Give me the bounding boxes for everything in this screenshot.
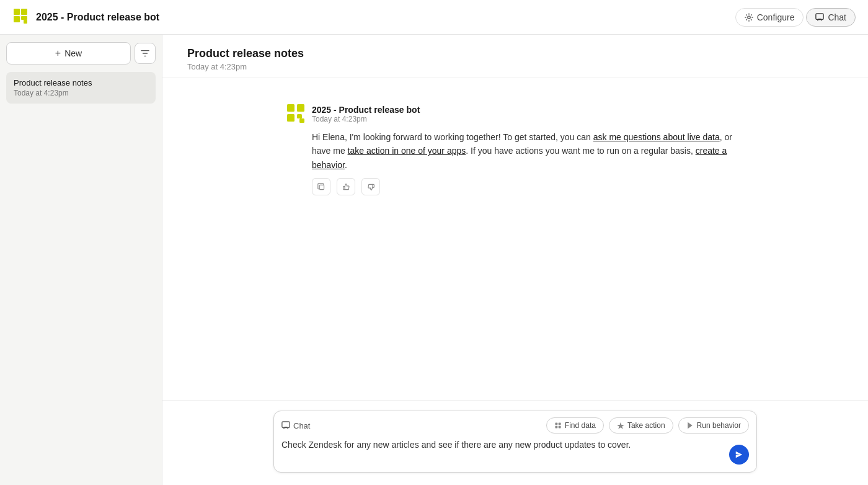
sidebar-item[interactable]: Product release notes Today at 4:23pm [6, 72, 156, 104]
send-button[interactable] [729, 445, 749, 465]
chat-icon [815, 13, 824, 22]
sidebar-top: + New [6, 42, 156, 65]
chat-input[interactable] [281, 438, 729, 465]
message-author: 2025 - Product release bot [312, 105, 420, 115]
bot-avatar-icon [286, 103, 306, 125]
svg-rect-2 [14, 16, 20, 22]
app-logo-icon [12, 7, 30, 27]
input-chat-label: Chat [281, 421, 310, 430]
message-time: Today at 4:23pm [312, 115, 420, 123]
svg-rect-15 [559, 423, 561, 425]
svg-rect-16 [555, 426, 557, 429]
filter-button[interactable] [135, 43, 156, 64]
svg-rect-14 [555, 423, 557, 425]
gear-icon [745, 13, 753, 22]
configure-label: Configure [757, 12, 795, 22]
chat-textarea-row [274, 434, 756, 472]
input-chat-icon [281, 421, 290, 430]
thumbs-down-button[interactable] [361, 178, 380, 195]
svg-rect-11 [299, 118, 304, 123]
chat-button[interactable]: Chat [806, 8, 856, 27]
svg-point-5 [748, 16, 750, 18]
sidebar: + New Product release notes Today at 4:2… [0, 35, 162, 485]
svg-rect-8 [297, 104, 304, 112]
run-behavior-button[interactable]: Run behavior [678, 417, 749, 434]
message-meta: 2025 - Product release bot Today at 4:23… [312, 105, 420, 123]
link-take-action[interactable]: take action in one of your apps [348, 146, 466, 156]
main-layout: + New Product release notes Today at 4:2… [0, 35, 868, 485]
svg-rect-7 [287, 104, 294, 112]
chat-area: Product release notes Today at 4:23pm [162, 35, 868, 485]
message-header: 2025 - Product release bot Today at 4:23… [286, 103, 745, 125]
run-behavior-label: Run behavior [697, 421, 741, 430]
configure-button[interactable]: Configure [735, 8, 804, 27]
plus-icon: + [55, 48, 61, 59]
copy-icon [317, 183, 326, 191]
svg-marker-18 [688, 422, 693, 429]
thumbs-down-icon [367, 183, 375, 191]
find-data-label: Find data [565, 421, 596, 430]
app-title: 2025 - Product release bot [36, 12, 159, 23]
copy-button[interactable] [312, 178, 330, 195]
chat-header: Product release notes Today at 4:23pm [162, 35, 868, 78]
header-nav: Configure Chat [735, 8, 856, 27]
chat-messages: 2025 - Product release bot Today at 4:23… [162, 78, 868, 400]
new-button[interactable]: + New [6, 42, 131, 65]
header-left: 2025 - Product release bot [12, 7, 159, 27]
take-action-button[interactable]: Take action [609, 417, 673, 434]
thumbs-up-button[interactable] [337, 178, 355, 195]
message-text-before: Hi Elena, I'm looking forward to working… [312, 132, 593, 142]
sidebar-item-time: Today at 4:23pm [14, 89, 148, 97]
find-data-icon [554, 422, 562, 429]
svg-rect-1 [21, 9, 27, 15]
app-header: 2025 - Product release bot Configure Cha… [0, 0, 868, 35]
svg-rect-12 [319, 185, 324, 189]
input-chat-text: Chat [293, 421, 310, 430]
svg-rect-4 [24, 20, 27, 24]
new-button-label: New [64, 48, 82, 58]
chat-title: Product release notes [187, 47, 843, 60]
chat-label: Chat [828, 12, 846, 22]
input-toolbar: Chat Find data [274, 411, 756, 434]
message-actions [286, 178, 745, 195]
svg-rect-17 [559, 426, 561, 429]
run-behavior-icon [686, 422, 694, 429]
link-live-data[interactable]: ask me questions about live data [593, 132, 720, 142]
take-action-icon [617, 422, 624, 429]
svg-rect-3 [21, 16, 27, 20]
chat-input-container: Chat Find data [273, 411, 757, 473]
svg-rect-10 [297, 114, 302, 118]
chat-input-area: Chat Find data [162, 400, 868, 485]
svg-rect-9 [287, 114, 294, 122]
find-data-button[interactable]: Find data [546, 417, 604, 434]
message-wrapper: 2025 - Product release bot Today at 4:23… [273, 103, 757, 195]
message-text-end: . [345, 160, 347, 170]
filter-icon [141, 49, 149, 58]
thumbs-up-icon [342, 183, 350, 191]
take-action-label: Take action [627, 421, 665, 430]
sidebar-item-title: Product release notes [14, 78, 148, 87]
svg-rect-0 [14, 9, 20, 15]
send-icon [735, 450, 743, 459]
chat-header-time: Today at 4:23pm [187, 62, 843, 71]
message-text-after: . If you have actions you want me to run… [466, 146, 695, 156]
message-body: Hi Elena, I'm looking forward to working… [286, 130, 745, 172]
